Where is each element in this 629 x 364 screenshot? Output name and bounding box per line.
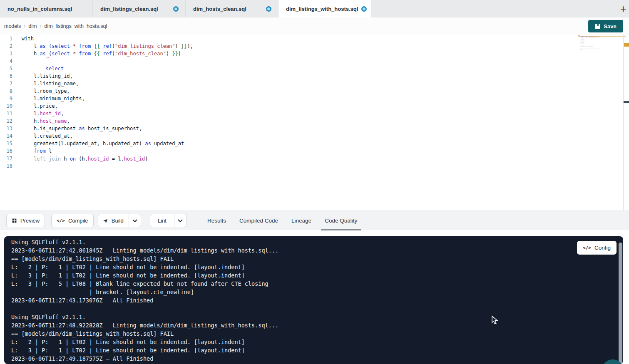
line-number: 6	[0, 72, 12, 80]
code-line-17: left join h on (h.host_id = l.host_id)	[16, 155, 574, 162]
build-button[interactable]: ➤Build	[98, 214, 141, 227]
unsaved-changes-dot	[361, 6, 367, 12]
line-number: 4	[0, 57, 12, 65]
code-line-12: h.host_name,	[16, 117, 574, 125]
code-line-13: h.is_superhost as host_is_superhost,	[16, 125, 574, 132]
code-editor[interactable]: 123456789101112131415161718 with l as (s…	[0, 35, 629, 210]
file-tab-dim_hosts_clean.sql[interactable]: dim_hosts_clean.sql	[186, 0, 278, 17]
file-tab-label: dim_listings_with_hosts.sql	[286, 6, 358, 12]
rocket-icon: ➤	[102, 216, 110, 225]
code-line-4	[16, 57, 574, 65]
code-line-2: l as (select * from {{ ref("dim_listings…	[16, 42, 574, 50]
panel-tab-results[interactable]: Results	[207, 211, 226, 230]
terminal-scrollbar[interactable]	[619, 243, 622, 364]
panel-tab-code-quality[interactable]: Code Quality	[324, 211, 358, 230]
compile-button[interactable]: </>Compile	[51, 214, 94, 227]
mouse-cursor	[491, 315, 498, 325]
line-number: 15	[0, 140, 12, 147]
lint-button[interactable]: Lint	[150, 214, 186, 227]
code-line-5: select	[16, 65, 574, 72]
line-number: 10	[0, 102, 12, 110]
code-line-14: l.created_at,	[16, 132, 574, 140]
breadcrumb-separator: ›	[24, 23, 25, 29]
save-icon	[595, 24, 600, 29]
code-line-7: l.listing_name,	[16, 80, 574, 87]
code-line-3: h as (select * from {{ ref("dim_hosts_cl…	[16, 50, 574, 57]
file-tab-bar: no_nulls_in_columns.sqldim_listings_clea…	[0, 0, 629, 17]
panel-tab-compiled-code[interactable]: Compiled Code	[239, 211, 278, 230]
panel-tabs: ResultsCompiled CodeLineageCode Quality	[207, 211, 358, 230]
line-number-gutter: 123456789101112131415161718	[0, 35, 12, 170]
chevron-down-icon	[178, 219, 183, 222]
line-number: 8	[0, 87, 12, 95]
build-dropdown-button[interactable]	[129, 214, 141, 227]
code-icon: </>	[57, 218, 65, 223]
cursor-position-marker	[624, 101, 629, 103]
file-tab-no_nulls_in_columns.sql[interactable]: no_nulls_in_columns.sql	[0, 0, 93, 17]
unsaved-changes-dot	[173, 6, 179, 12]
line-number: 5	[0, 65, 12, 72]
file-tab-label: dim_hosts_clean.sql	[193, 6, 246, 12]
code-lines: with l as (select * from {{ ref("dim_lis…	[16, 35, 574, 170]
code-icon: </>	[583, 245, 591, 250]
file-tab-dim_listings_with_hosts.sql[interactable]: dim_listings_with_hosts.sql	[278, 0, 371, 17]
annotation-ruler	[623, 35, 629, 210]
lint-dropdown-button[interactable]	[174, 214, 186, 227]
file-tab-dim_listings_clean.sql[interactable]: dim_listings_clean.sql	[93, 0, 186, 17]
code-line-16: from l	[16, 147, 574, 155]
line-number: 2	[0, 42, 12, 50]
breadcrumb-item[interactable]: models	[4, 23, 21, 29]
breadcrumb-item[interactable]: dim_listings_with_hosts.sql	[44, 23, 107, 29]
editor-action-bar: Preview </>Compile ➤Build Lint ResultsCo…	[0, 210, 629, 230]
terminal-output: Using SQLFluff v2.1.1. 2023-06-06T11:27:…	[11, 238, 278, 363]
line-number: 9	[0, 95, 12, 102]
chevron-down-icon	[132, 219, 137, 222]
line-number: 3	[0, 50, 12, 57]
code-line-1: with	[16, 35, 574, 42]
line-number: 12	[0, 117, 12, 125]
code-line-11: l.host_id,	[16, 110, 574, 117]
code-line-10: l.price,	[16, 102, 574, 110]
new-tab-button[interactable]: +	[618, 0, 628, 17]
unsaved-changes-dot	[266, 6, 271, 12]
line-number: 7	[0, 80, 12, 87]
line-number: 17	[0, 155, 12, 162]
breadcrumb-item[interactable]: dim	[28, 23, 37, 29]
code-line-8: l.room_type,	[16, 87, 574, 95]
file-tab-label: no_nulls_in_columns.sql	[7, 6, 72, 12]
panel-tab-lineage[interactable]: Lineage	[291, 211, 312, 230]
breadcrumb-separator: ›	[40, 23, 41, 29]
line-number: 13	[0, 125, 12, 132]
lint-warning-marker	[624, 43, 629, 47]
breadcrumb: models›dim›dim_listings_with_hosts.sql	[4, 17, 107, 35]
save-button[interactable]: Save	[588, 20, 623, 32]
code-line-9: l.minimum_nights,	[16, 95, 574, 102]
preview-button[interactable]: Preview	[6, 214, 45, 227]
code-line-15: greatest(l.updated_at, h.updated_at) as …	[16, 140, 574, 147]
line-number: 1	[0, 35, 12, 42]
code-line-18	[16, 162, 574, 170]
toolbar-divider	[200, 216, 200, 225]
file-header: models›dim›dim_listings_with_hosts.sql S…	[0, 17, 629, 35]
code-line-6: l.listing_id,	[16, 72, 574, 80]
line-number: 16	[0, 147, 12, 155]
minimap: with l as (select * from {{ ref("dim_lis…	[578, 35, 623, 60]
file-tab-label: dim_listings_clean.sql	[100, 6, 158, 12]
line-number: 11	[0, 110, 12, 117]
line-number: 18	[0, 162, 12, 170]
line-number: 14	[0, 132, 12, 140]
config-button[interactable]: </> Config	[577, 241, 617, 255]
table-icon	[12, 218, 17, 223]
lint-output-terminal: Using SQLFluff v2.1.1. 2023-06-06T11:27:…	[4, 236, 623, 364]
